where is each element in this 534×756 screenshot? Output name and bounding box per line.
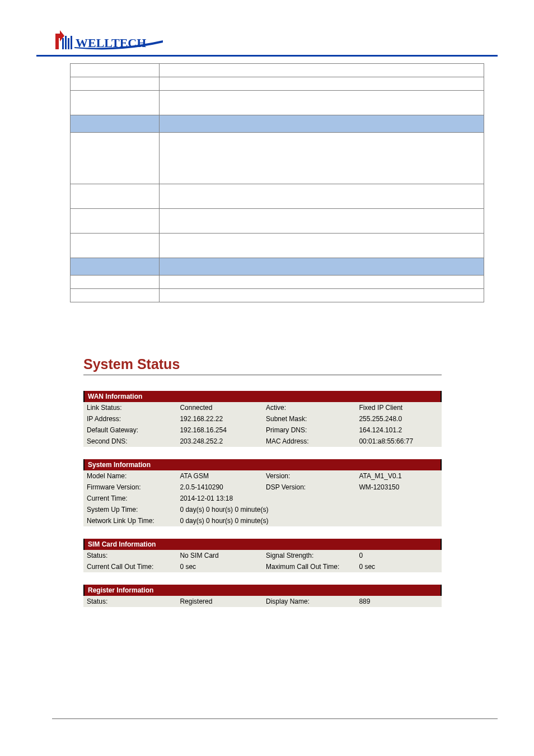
value: Registered (176, 596, 263, 607)
brand-logo: WELLTECH (52, 28, 498, 53)
section-header: System Information (83, 459, 442, 470)
wan-info-table: Link Status: Connected Active: Fixed IP … (83, 402, 442, 447)
value: ATA GSM (176, 470, 263, 482)
sim-card-information-section: SIM Card Information Status: No SIM Card… (83, 539, 442, 572)
label: Active: (263, 402, 355, 413)
label: Primary DNS: (263, 424, 355, 436)
section-header: WAN Information (83, 391, 442, 402)
value: 0 sec (176, 561, 263, 572)
value: No SIM Card (176, 550, 263, 561)
value: Connected (176, 402, 263, 413)
sim-info-table: Status: No SIM Card Signal Strength: 0 C… (83, 550, 442, 572)
value: 192.168.16.254 (176, 424, 263, 436)
title-divider (83, 375, 442, 375)
value: WM-1203150 (355, 482, 442, 493)
label: Version: (263, 470, 355, 482)
label: System Up Time: (83, 504, 176, 515)
header-divider (36, 55, 498, 57)
svg-rect-2 (65, 36, 67, 49)
value: 192.168.22.22 (176, 413, 263, 424)
label: Network Link Up Time: (83, 515, 176, 526)
value: 203.248.252.2 (176, 436, 263, 447)
section-header: Register Information (83, 585, 442, 596)
value: 0 (355, 550, 442, 561)
value: 0 day(s) 0 hour(s) 0 minute(s) (176, 515, 442, 526)
value: 0 sec (355, 561, 442, 572)
value: ATA_M1_V0.1 (355, 470, 442, 482)
value: 164.124.101.2 (355, 424, 442, 436)
svg-rect-3 (68, 38, 69, 49)
label: Signal Strength: (263, 550, 355, 561)
label: Status: (83, 550, 176, 561)
overview-table (70, 63, 484, 302)
label: Firmware Version: (83, 482, 176, 493)
label: MAC Address: (263, 436, 355, 447)
label: Status: (83, 596, 176, 607)
page-title: System Status (83, 356, 442, 372)
label: Second DNS: (83, 436, 176, 447)
section-header: SIM Card Information (83, 539, 442, 550)
label: Maximum Call Out Time: (263, 561, 355, 572)
register-information-section: Register Information Status: Registered … (83, 585, 442, 607)
system-info-table: Model Name: ATA GSM Version: ATA_M1_V0.1… (83, 470, 442, 526)
value: 889 (355, 596, 442, 607)
label: Current Call Out Time: (83, 561, 176, 572)
label: DSP Version: (263, 482, 355, 493)
label: Display Name: (263, 596, 355, 607)
register-info-table: Status: Registered Display Name: 889 (83, 596, 442, 607)
value: 255.255.248.0 (355, 413, 442, 424)
label: Model Name: (83, 470, 176, 482)
value: 0 day(s) 0 hour(s) 0 minute(s) (176, 504, 442, 515)
footer-divider (52, 718, 498, 719)
svg-rect-1 (62, 38, 64, 49)
label: Link Status: (83, 402, 176, 413)
value: 2014-12-01 13:18 (176, 493, 442, 504)
label: Subnet Mask: (263, 413, 355, 424)
label: Default Gateway: (83, 424, 176, 436)
label: Current Time: (83, 493, 176, 504)
value: 00:01:a8:55:66:77 (355, 436, 442, 447)
label: IP Address: (83, 413, 176, 424)
system-status-block: System Status WAN Information Link Statu… (83, 356, 442, 607)
value: Fixed IP Client (355, 402, 442, 413)
wan-information-section: WAN Information Link Status: Connected A… (83, 391, 442, 447)
value: 2.0.5-1410290 (176, 482, 263, 493)
svg-rect-4 (71, 36, 72, 49)
system-information-section: System Information Model Name: ATA GSM V… (83, 459, 442, 526)
